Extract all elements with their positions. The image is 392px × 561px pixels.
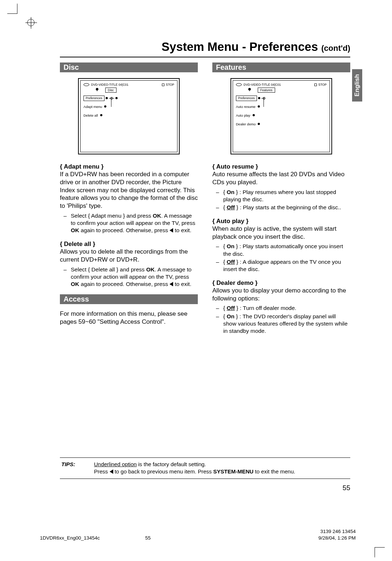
osd-title: DVD-VIDEO-TITLE 04|C01: [244, 83, 281, 86]
anchor-icon: [110, 97, 113, 100]
title-contd: (cont'd): [321, 44, 350, 53]
language-tab: English: [352, 69, 362, 101]
body-delete-all: Allows you to delete all the recordings …: [60, 248, 198, 264]
left-arrow-icon: [170, 282, 173, 286]
section-header-disc: Disc: [60, 62, 198, 72]
osd-title: DVD-VIDEO-TITLE 04|C01: [91, 83, 128, 86]
heading-auto-play: { Auto play }: [212, 218, 350, 225]
osd-stop-label: STOP: [318, 83, 327, 86]
tips-label: TIPS:: [61, 461, 94, 476]
footer-partnum: 3139 246 13454: [320, 529, 356, 534]
osd-item-adapt: Adapt menu: [83, 105, 102, 109]
osd-item-delete: Delete all: [83, 113, 98, 117]
title-main: System Menu - Preferences: [162, 40, 318, 53]
stop-icon: [314, 84, 317, 86]
bullet-demo-off: –{ Off } : Turn off dealer mode.: [212, 304, 350, 312]
bullet-resume-off: –{ Off } : Play starts at the beginning …: [212, 204, 350, 211]
page-title: System Menu - Preferences (cont'd): [60, 40, 350, 57]
crop-mark-br: [375, 547, 385, 557]
osd-tab-disc: Disc: [105, 88, 117, 93]
osd-node-preferences: Preferences: [236, 96, 257, 101]
tips-bar: TIPS: Underlined option is the factory d…: [60, 457, 350, 479]
osd-stop-label: STOP: [166, 83, 174, 86]
bullet-play-on: –{ On } : Play starts automatically once…: [212, 243, 350, 257]
bullet-play-off: –{ Off } : A dialogue appears on the TV …: [212, 258, 350, 273]
heading-adapt-menu: { Adapt menu }: [60, 163, 198, 170]
footer-datetime: 9/28/04, 1:26 PM: [318, 535, 356, 541]
left-arrow-icon: [110, 469, 113, 474]
page-number: 55: [60, 484, 350, 492]
heading-dealer-demo: { Dealer demo }: [212, 279, 350, 287]
disc-icon: [236, 83, 242, 86]
stop-icon: [162, 84, 164, 86]
section-header-features: Features: [212, 62, 350, 72]
tips-line2-pre: Press: [94, 468, 110, 475]
bullet-adapt: –Select { Adapt menu } and press OK. A m…: [60, 212, 198, 234]
osd-disc: DVD-VIDEO-TITLE 04|C01 STOP Disc Prefere…: [78, 78, 180, 154]
anchor-icon: [263, 97, 265, 100]
footer-filename: 1DVDR6xx_Eng00_13454c: [40, 535, 100, 541]
tips-line2-mid: to go back to previous menu item. Press: [113, 468, 213, 475]
footer-pagenum: 55: [145, 535, 151, 541]
disc-icon: [83, 83, 89, 86]
bullet-demo-on: –{ On } : The DVD recorder's display pan…: [212, 313, 350, 335]
body-auto-play: When auto play is active, the system wil…: [212, 225, 350, 241]
bullet-delete: –Select { Delete all } and press OK. A m…: [60, 266, 198, 288]
heading-delete-all: { Delete all }: [60, 241, 198, 248]
tips-line2-bold: SYSTEM-MENU: [213, 468, 253, 475]
section-header-access: Access: [60, 294, 198, 304]
bullet-resume-on: –{ On } : Play resumes where you last st…: [212, 189, 350, 203]
osd-tab-features: Features: [258, 88, 275, 93]
heading-auto-resume: { Auto resume }: [212, 163, 350, 170]
body-auto-resume: Auto resume affects the last 20 DVDs and…: [212, 170, 350, 186]
body-access: For more information on this menu, pleas…: [60, 310, 198, 326]
osd-item-autoresume: Auto resume: [236, 105, 256, 109]
column-left: Disc DVD-VIDEO-TITLE 04|C01 STOP Disc: [60, 62, 198, 341]
tips-line2-post: to exit the menu.: [253, 468, 295, 475]
column-right: Features DVD-VIDEO-TITLE 04|C01 STOP Fea…: [212, 62, 350, 341]
tips-underline: Underlined option: [94, 461, 137, 467]
osd-features: DVD-VIDEO-TITLE 04|C01 STOP Features Pre…: [230, 78, 332, 154]
osd-item-dealerdemo: Dealer demo: [236, 122, 256, 126]
tips-line1-post: is the factory default setting.: [137, 461, 206, 467]
osd-node-preferences: Preferences: [83, 96, 105, 101]
body-adapt-menu: If a DVD+RW has been recorded in a compu…: [60, 170, 198, 210]
osd-item-autoplay: Auto play: [236, 113, 250, 117]
footer: 1DVDR6xx_Eng00_13454c 55 9/28/04, 1:26 P…: [40, 535, 356, 541]
body-dealer-demo: Allows you to display your demo accordin…: [212, 287, 350, 303]
left-arrow-icon: [170, 228, 173, 233]
